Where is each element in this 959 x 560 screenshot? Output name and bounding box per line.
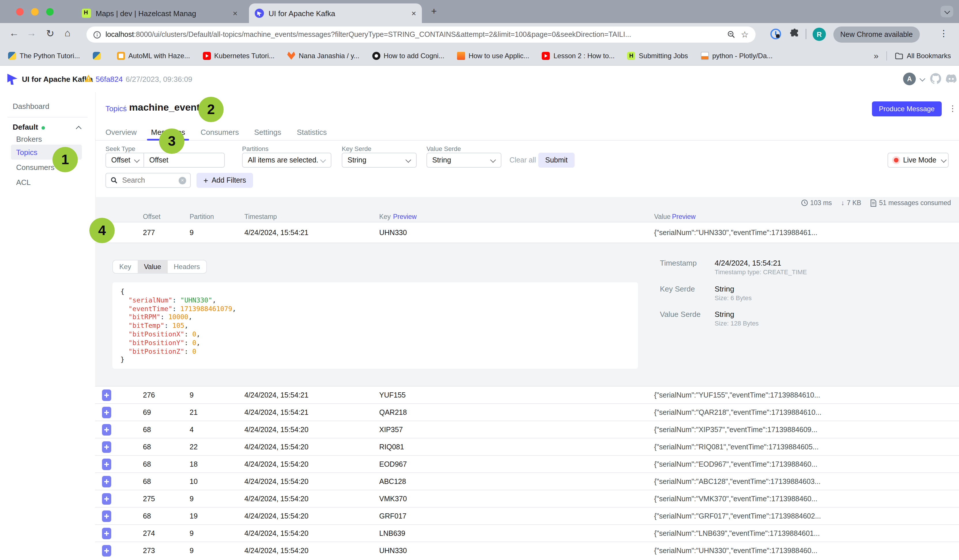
zoom-out-icon[interactable] [727,30,735,38]
bookmark-star-icon[interactable]: ☆ [741,29,749,40]
kafka-ui-logo-icon[interactable] [7,73,18,85]
tab-statistics[interactable]: Statistics [297,128,327,137]
close-tab-icon[interactable]: × [411,9,416,18]
browser-menu-kebab-icon[interactable]: ⋮ [940,28,948,38]
clear-all-button[interactable]: Clear all [510,156,536,164]
sidebar-item-topics[interactable]: Topics [16,148,37,157]
value-serde-select[interactable]: String [427,153,502,168]
search-box[interactable]: × [105,173,191,188]
back-button[interactable]: ← [9,28,19,39]
sidebar-item-brokers[interactable]: Brokers [16,135,42,143]
expand-row-button[interactable] [102,407,111,418]
table-row[interactable]: 273 9 4/24/2024, 15:54:20 UHN330 {"seria… [95,542,959,560]
expand-row-button[interactable] [102,545,111,557]
expand-row-button[interactable] [102,390,111,401]
bookmark-item[interactable]: How to use Applic... [457,52,529,60]
add-filters-button[interactable]: + Add Filters [196,173,253,188]
address-bar[interactable]: localhost:8000/ui/clusters/Default/all-t… [86,27,755,43]
seek-offset-input[interactable] [143,153,225,168]
detail-tab-key[interactable]: Key [113,261,137,273]
annotation-circle-4: 4 [89,218,115,243]
expand-row-button[interactable] [102,511,111,522]
document-icon [871,199,877,207]
close-window-button[interactable] [16,8,24,16]
bookmark-item[interactable]: Nana Janashia / y... [287,52,359,60]
bookmark-item[interactable]: How to add Cogni... [372,52,444,60]
cell-value: {"serialNum":"EOD967","eventTime":171398… [654,460,954,468]
browser-tab-kafka-ui[interactable]: UI for Apache Kafka × [249,3,422,23]
forward-button[interactable]: → [27,28,36,39]
sidebar-item-acl[interactable]: ACL [16,178,31,187]
expand-row-button[interactable] [102,528,111,539]
sidebar-cluster-name[interactable]: Default [13,123,38,131]
tab-settings[interactable]: Settings [254,128,281,137]
clear-search-icon[interactable]: × [178,177,186,184]
table-row[interactable]: 68 18 4/24/2024, 15:54:20 EOD967 {"seria… [95,455,959,473]
expand-row-button[interactable] [102,493,111,505]
table-row[interactable]: 274 9 4/24/2024, 15:54:20 LNB639 {"seria… [95,524,959,542]
partitions-select[interactable]: All items are selected. [242,153,331,168]
bookmark-item[interactable]: Submitting Jobs [627,52,688,60]
bookmark-item[interactable] [92,52,104,60]
expand-row-button[interactable] [102,441,111,453]
tab-consumers[interactable]: Consumers [201,128,239,137]
bookmark-item[interactable]: python - Plotly/Da... [701,52,773,60]
expand-row-button[interactable] [102,458,111,470]
detail-tab-value[interactable]: Value [137,261,167,273]
bookmark-item[interactable]: AutoML with Haze... [117,52,190,60]
key-serde-select[interactable]: String [342,153,417,168]
produce-message-label: Produce Message [879,105,935,113]
annotation-circle-1: 1 [53,147,78,172]
seek-type-select[interactable]: Offset [105,153,144,168]
discord-icon[interactable] [946,74,957,83]
app-version-link[interactable]: 56fa824 [96,75,123,84]
bookmark-item[interactable]: Lesson 2 : How to... [542,52,615,60]
key-preview-link[interactable]: Preview [393,213,417,220]
table-row[interactable]: 68 10 4/24/2024, 15:54:20 ABC128 {"seria… [95,473,959,490]
close-tab-icon[interactable]: × [233,9,237,18]
home-button[interactable]: ⌂ [65,28,71,39]
table-row[interactable]: 68 22 4/24/2024, 15:54:20 RIQ081 {"seria… [95,438,959,456]
expand-row-button[interactable] [102,476,111,487]
app-title: UI for Apache Kafka [22,75,93,84]
page-menu-kebab-icon[interactable]: ⋮ [949,104,957,113]
bookmarks-overflow-chevrons[interactable]: » [874,51,879,60]
sidebar-item-dashboard[interactable]: Dashboard [13,102,49,111]
value-preview-link[interactable]: Preview [672,213,696,220]
bookmark-item[interactable]: Kubernetes Tutori... [202,52,274,60]
reload-button[interactable]: ↻ [46,28,54,40]
site-info-icon[interactable] [93,31,101,38]
maximize-window-button[interactable] [46,8,54,16]
search-input[interactable] [121,176,178,185]
chevron-down-icon [944,8,950,14]
expand-row-button[interactable] [102,424,111,436]
github-icon[interactable] [930,73,941,84]
detail-tab-headers[interactable]: Headers [167,261,206,273]
table-row[interactable]: 68 4 4/24/2024, 15:54:20 XIP357 {"serial… [95,421,959,438]
tab-overview[interactable]: Overview [105,128,137,137]
search-icon [111,177,118,184]
new-tab-button[interactable]: + [431,6,437,17]
table-row[interactable]: 69 21 4/24/2024, 15:54:21 QAR218 {"seria… [95,403,959,421]
submit-button[interactable]: Submit [538,153,575,168]
elapsed-time: 103 ms [810,199,832,206]
json-field: "bitPositionZ": 0 [121,347,630,356]
cell-timestamp: 4/24/2024, 15:54:21 [244,391,308,399]
live-mode-toggle[interactable]: Live Mode [887,153,949,168]
sidebar-item-consumers[interactable]: Consumers [16,163,54,172]
produce-message-button[interactable]: Produce Message [872,102,941,116]
table-row-expanded[interactable]: 277 9 4/24/2024, 15:54:21 UHN330 {"seria… [95,222,959,243]
password-manager-icon[interactable] [770,28,782,40]
browser-tab-hazelcast[interactable]: Maps | dev | Hazelcast Manag × [76,3,243,23]
profile-avatar[interactable]: R [812,28,826,41]
tab-search-button[interactable] [941,6,953,17]
extensions-puzzle-icon[interactable] [789,28,800,39]
bookmark-item[interactable]: The Python Tutori... [8,52,80,60]
chrome-update-button[interactable]: New Chrome available [833,27,920,43]
table-row[interactable]: 68 19 4/24/2024, 15:54:20 GRF017 {"seria… [95,507,959,525]
table-row[interactable]: 276 9 4/24/2024, 15:54:21 YUF155 {"seria… [95,386,959,404]
user-avatar[interactable]: A [903,73,916,85]
table-row[interactable]: 275 9 4/24/2024, 15:54:20 VMK370 {"seria… [95,490,959,508]
all-bookmarks-button[interactable]: All Bookmarks [895,52,951,60]
minimize-window-button[interactable] [31,8,38,16]
